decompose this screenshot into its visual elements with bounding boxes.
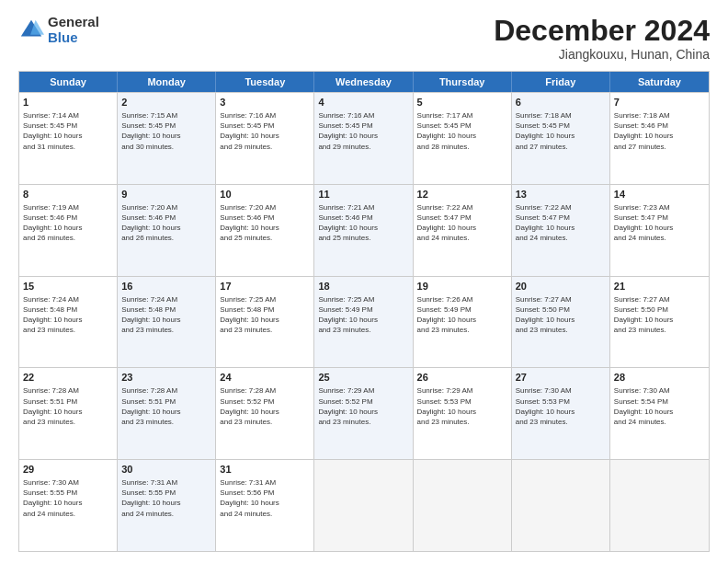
day-cell: 4Sunrise: 7:16 AMSunset: 5:45 PMDaylight… [314,93,413,184]
day-cell: 14Sunrise: 7:23 AMSunset: 5:47 PMDayligh… [610,185,709,276]
weekday-header: Thursday [414,72,512,92]
day-cell: 26Sunrise: 7:29 AMSunset: 5:53 PMDayligh… [414,368,512,459]
logo-text: General Blue [48,15,99,45]
day-cell: 31Sunrise: 7:31 AMSunset: 5:56 PMDayligh… [216,460,314,551]
empty-cell [314,460,413,551]
day-number: 12 [417,188,507,201]
day-number: 30 [121,463,211,477]
day-info: Sunrise: 7:14 AMSunset: 5:45 PMDaylight:… [23,110,113,152]
day-info: Sunrise: 7:31 AMSunset: 5:56 PMDaylight:… [220,477,310,519]
logo-blue: Blue [48,30,99,46]
day-number: 23 [121,371,211,385]
month-title: December 2024 [494,15,710,47]
day-cell: 5Sunrise: 7:17 AMSunset: 5:45 PMDaylight… [414,93,512,184]
day-info: Sunrise: 7:17 AMSunset: 5:45 PMDaylight:… [417,110,507,152]
day-cell: 16Sunrise: 7:24 AMSunset: 5:48 PMDayligh… [118,277,216,368]
day-number: 11 [318,188,408,201]
day-cell: 1Sunrise: 7:14 AMSunset: 5:45 PMDaylight… [19,93,118,184]
day-cell: 17Sunrise: 7:25 AMSunset: 5:48 PMDayligh… [216,277,314,368]
day-number: 1 [23,96,113,109]
day-info: Sunrise: 7:29 AMSunset: 5:52 PMDaylight:… [318,385,408,427]
day-info: Sunrise: 7:28 AMSunset: 5:52 PMDaylight:… [220,385,310,427]
empty-cell [610,460,709,551]
day-info: Sunrise: 7:31 AMSunset: 5:55 PMDaylight:… [121,477,211,519]
weekday-header: Wednesday [314,72,413,92]
day-info: Sunrise: 7:26 AMSunset: 5:49 PMDaylight:… [417,294,507,336]
day-cell: 24Sunrise: 7:28 AMSunset: 5:52 PMDayligh… [216,368,314,459]
day-info: Sunrise: 7:27 AMSunset: 5:50 PMDaylight:… [516,294,606,336]
day-info: Sunrise: 7:20 AMSunset: 5:46 PMDaylight:… [121,202,211,244]
day-cell: 6Sunrise: 7:18 AMSunset: 5:45 PMDaylight… [512,93,610,184]
day-number: 6 [516,96,606,109]
weekday-header: Monday [118,72,216,92]
day-cell: 9Sunrise: 7:20 AMSunset: 5:46 PMDaylight… [118,185,216,276]
day-info: Sunrise: 7:29 AMSunset: 5:53 PMDaylight:… [417,385,507,427]
day-number: 4 [318,96,408,109]
day-info: Sunrise: 7:25 AMSunset: 5:49 PMDaylight:… [318,294,408,336]
day-cell: 10Sunrise: 7:20 AMSunset: 5:46 PMDayligh… [216,185,314,276]
day-number: 9 [121,188,211,201]
day-cell: 23Sunrise: 7:28 AMSunset: 5:51 PMDayligh… [118,368,216,459]
day-cell: 29Sunrise: 7:30 AMSunset: 5:55 PMDayligh… [19,460,118,551]
day-info: Sunrise: 7:30 AMSunset: 5:53 PMDaylight:… [516,385,606,427]
day-cell: 15Sunrise: 7:24 AMSunset: 5:48 PMDayligh… [19,277,118,368]
day-number: 24 [220,371,310,385]
day-number: 17 [220,280,310,293]
day-cell: 2Sunrise: 7:15 AMSunset: 5:45 PMDaylight… [118,93,216,184]
day-cell: 11Sunrise: 7:21 AMSunset: 5:46 PMDayligh… [314,185,413,276]
logo-icon [18,17,44,43]
day-info: Sunrise: 7:22 AMSunset: 5:47 PMDaylight:… [516,202,606,244]
day-cell: 18Sunrise: 7:25 AMSunset: 5:49 PMDayligh… [314,277,413,368]
day-number: 5 [417,96,507,109]
day-cell: 27Sunrise: 7:30 AMSunset: 5:53 PMDayligh… [512,368,610,459]
day-number: 20 [516,280,606,293]
day-cell: 28Sunrise: 7:30 AMSunset: 5:54 PMDayligh… [610,368,709,459]
day-number: 21 [614,280,705,293]
day-number: 2 [121,96,211,109]
day-number: 3 [220,96,310,109]
calendar-row: 22Sunrise: 7:28 AMSunset: 5:51 PMDayligh… [19,367,709,459]
day-number: 14 [614,188,705,201]
logo-general: General [48,15,99,30]
empty-cell [414,460,512,551]
day-number: 22 [23,371,113,385]
day-cell: 3Sunrise: 7:16 AMSunset: 5:45 PMDaylight… [216,93,314,184]
day-number: 25 [318,371,408,385]
day-cell: 21Sunrise: 7:27 AMSunset: 5:50 PMDayligh… [610,277,709,368]
day-info: Sunrise: 7:24 AMSunset: 5:48 PMDaylight:… [23,294,113,336]
day-cell: 8Sunrise: 7:19 AMSunset: 5:46 PMDaylight… [19,185,118,276]
day-info: Sunrise: 7:25 AMSunset: 5:48 PMDaylight:… [220,294,310,336]
day-info: Sunrise: 7:16 AMSunset: 5:45 PMDaylight:… [220,110,310,152]
day-info: Sunrise: 7:27 AMSunset: 5:50 PMDaylight:… [614,294,705,336]
day-number: 8 [23,188,113,201]
day-info: Sunrise: 7:30 AMSunset: 5:54 PMDaylight:… [614,385,705,427]
day-number: 16 [121,280,211,293]
day-number: 31 [220,463,310,477]
day-info: Sunrise: 7:23 AMSunset: 5:47 PMDaylight:… [614,202,705,244]
calendar-row: 29Sunrise: 7:30 AMSunset: 5:55 PMDayligh… [19,459,709,551]
day-cell: 25Sunrise: 7:29 AMSunset: 5:52 PMDayligh… [314,368,413,459]
calendar-header: SundayMondayTuesdayWednesdayThursdayFrid… [19,72,709,92]
day-info: Sunrise: 7:19 AMSunset: 5:46 PMDaylight:… [23,202,113,244]
calendar-row: 1Sunrise: 7:14 AMSunset: 5:45 PMDaylight… [19,92,709,184]
calendar: SundayMondayTuesdayWednesdayThursdayFrid… [18,71,710,552]
weekday-header: Sunday [19,72,118,92]
day-cell: 19Sunrise: 7:26 AMSunset: 5:49 PMDayligh… [414,277,512,368]
day-info: Sunrise: 7:15 AMSunset: 5:45 PMDaylight:… [121,110,211,152]
page: General Blue December 2024 Jiangkouxu, H… [0,0,728,563]
day-info: Sunrise: 7:20 AMSunset: 5:46 PMDaylight:… [220,202,310,244]
day-info: Sunrise: 7:21 AMSunset: 5:46 PMDaylight:… [318,202,408,244]
day-number: 13 [516,188,606,201]
day-cell: 20Sunrise: 7:27 AMSunset: 5:50 PMDayligh… [512,277,610,368]
calendar-body: 1Sunrise: 7:14 AMSunset: 5:45 PMDaylight… [19,92,709,551]
title-block: December 2024 Jiangkouxu, Hunan, China [494,15,710,62]
day-number: 15 [23,280,113,293]
day-number: 18 [318,280,408,293]
weekday-header: Tuesday [216,72,314,92]
day-number: 28 [614,371,705,385]
logo: General Blue [18,15,99,45]
calendar-row: 15Sunrise: 7:24 AMSunset: 5:48 PMDayligh… [19,276,709,368]
day-info: Sunrise: 7:18 AMSunset: 5:45 PMDaylight:… [516,110,606,152]
day-info: Sunrise: 7:28 AMSunset: 5:51 PMDaylight:… [121,385,211,427]
weekday-header: Saturday [610,72,709,92]
